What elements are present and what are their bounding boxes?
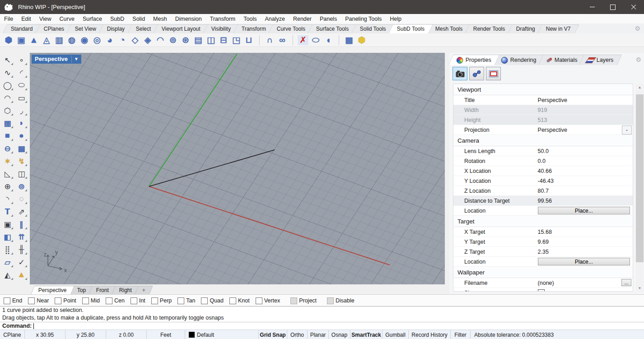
- prop-y-target[interactable]: Y Target 9.69 9.69 9.69: [453, 237, 633, 247]
- select-pointer-icon[interactable]: ↖: [0, 54, 14, 66]
- property-value[interactable]: Perspective: [538, 127, 633, 133]
- osnap-knot[interactable]: Knot: [229, 297, 250, 304]
- osnap-project[interactable]: Project: [290, 297, 317, 304]
- arc-icon[interactable]: ◠: [0, 92, 14, 104]
- property-value[interactable]: 919: [538, 107, 633, 113]
- property-value[interactable]: 40.66: [538, 168, 633, 174]
- subd-ellipsoid-icon[interactable]: ◉: [78, 34, 91, 46]
- cylinder-icon[interactable]: ⊖: [0, 142, 14, 155]
- subd-control-polygon-icon[interactable]: ◠: [154, 34, 167, 46]
- text-icon[interactable]: T: [0, 205, 14, 218]
- fillet-corner-icon[interactable]: ◞: [14, 104, 28, 117]
- scroll-track[interactable]: [636, 91, 644, 284]
- pyramid-icon[interactable]: ▲: [14, 269, 28, 281]
- osnap-quad[interactable]: Quad: [201, 297, 224, 304]
- menu-transform[interactable]: Transform: [206, 14, 240, 23]
- ellipse-icon[interactable]: ⬭: [14, 79, 28, 92]
- prop-rotation[interactable]: Rotation 0.0 0.0 0.0: [453, 156, 633, 166]
- prop-lens-length[interactable]: Lens Length 50.0 50.0 50.0: [453, 146, 633, 156]
- subd-patch-icon[interactable]: ◔: [116, 34, 129, 46]
- osnap-tan[interactable]: Tan: [177, 297, 195, 304]
- surface-control-points-icon[interactable]: ▦: [0, 117, 14, 130]
- property-value[interactable]: -46.43: [538, 178, 633, 184]
- scroll-thumb[interactable]: [636, 94, 644, 262]
- copy-icon[interactable]: ▱: [0, 256, 14, 269]
- menu-edit[interactable]: Edit: [17, 14, 35, 23]
- osnap-perp[interactable]: Perp: [151, 297, 172, 304]
- osnap-mid[interactable]: Mid: [82, 297, 100, 304]
- property-value[interactable]: 9.69: [538, 239, 633, 245]
- prop-z-target[interactable]: Z Target 2.35 2.35 2.35: [453, 247, 633, 257]
- mesh-icon[interactable]: ▩: [14, 142, 28, 155]
- subd-bridge-icon[interactable]: ∩: [263, 34, 276, 46]
- prop-filename[interactable]: Filename (none) (none) (none): [453, 278, 633, 288]
- osnap-near[interactable]: Near: [28, 297, 49, 304]
- curve-fillet-icon[interactable]: ◝: [0, 193, 14, 205]
- menu-surface[interactable]: Surface: [79, 14, 106, 23]
- menu-panels[interactable]: Panels: [316, 14, 341, 23]
- status-planar[interactable]: Planar: [308, 330, 329, 339]
- property-value[interactable]: 80.7: [538, 188, 633, 194]
- prop-x-location[interactable]: X Location 40.66 40.66 40.66: [453, 166, 633, 176]
- property-value[interactable]: 15.68: [538, 229, 633, 235]
- property-value[interactable]: 50.0: [538, 148, 633, 154]
- menu-render[interactable]: Render: [289, 14, 316, 23]
- scroll-down-icon[interactable]: ▼: [636, 284, 644, 292]
- scroll-up-icon[interactable]: ▲: [636, 84, 644, 91]
- menu-mesh[interactable]: Mesh: [149, 14, 171, 23]
- menu-paneling-tools[interactable]: Paneling Tools: [341, 14, 386, 23]
- panel-scrollbar[interactable]: ▲ ▼: [636, 84, 644, 292]
- subd-cylinder-icon[interactable]: ▥: [53, 34, 65, 46]
- polyline-icon[interactable]: ∿: [0, 66, 14, 79]
- viewport-title-menu[interactable]: Perspective ▼: [32, 55, 81, 64]
- subd-insert-edge-icon[interactable]: ⊟: [217, 34, 230, 46]
- group-icon[interactable]: ▣: [0, 218, 14, 231]
- osnap-vertex[interactable]: Vertex: [256, 297, 280, 304]
- menu-dimension[interactable]: Dimension: [171, 14, 206, 23]
- subd-fill-hole-icon[interactable]: ⊔: [243, 34, 255, 46]
- panel-tab-rendering[interactable]: Rendering: [493, 55, 545, 65]
- minimize-button[interactable]: [582, 0, 602, 14]
- tab-subd-tools[interactable]: SubD Tools: [388, 24, 433, 33]
- subd-pipe-icon[interactable]: ⊚: [167, 34, 179, 46]
- status-grid-snap[interactable]: Grid Snap: [259, 330, 287, 339]
- split-icon[interactable]: ◫: [14, 167, 28, 180]
- menu-curve[interactable]: Curve: [56, 14, 79, 23]
- curve-interpolate-icon[interactable]: ◜: [14, 66, 28, 79]
- tab-surface-tools[interactable]: Surface Tools: [308, 24, 357, 33]
- status-layer[interactable]: Default: [185, 330, 259, 339]
- tab-curve-tools[interactable]: Curve Tools: [268, 24, 314, 33]
- maximize-button[interactable]: [602, 0, 623, 14]
- solid-union-icon[interactable]: ◧: [0, 231, 14, 243]
- add-viewport-tab[interactable]: +: [135, 286, 153, 294]
- dropdown-chevron-icon[interactable]: [622, 125, 632, 135]
- circle-icon[interactable]: ◯: [0, 79, 14, 92]
- osnap-point[interactable]: Point: [55, 297, 76, 304]
- subd-corner-patch-icon[interactable]: ▩: [343, 34, 355, 46]
- menu-tools[interactable]: Tools: [239, 14, 261, 23]
- panel-tab-materials[interactable]: Materials: [538, 55, 586, 65]
- checkbox-checked-icon[interactable]: ✓: [538, 289, 545, 292]
- subd-merge-faces-icon[interactable]: ⬭: [309, 34, 322, 46]
- object-properties-button[interactable]: [469, 67, 484, 80]
- panel-tab-layers[interactable]: Layers: [579, 55, 622, 65]
- extend-icon[interactable]: ↯: [14, 155, 28, 167]
- subd-to-nurbs-icon[interactable]: ⬢: [355, 34, 368, 46]
- panel-tab-properties[interactable]: Properties: [448, 55, 499, 65]
- rectangle-icon[interactable]: ▭: [14, 92, 28, 104]
- prop-y-location[interactable]: Y Location -46.43 -46.43 -46.43: [453, 176, 633, 186]
- menu-subd[interactable]: SubD: [106, 14, 128, 23]
- status-ortho[interactable]: Ortho: [287, 330, 308, 339]
- status-units[interactable]: Feet: [147, 330, 185, 339]
- property-value[interactable]: 0.0: [538, 158, 633, 164]
- status-filter[interactable]: Filter: [451, 330, 471, 339]
- sphere-icon[interactable]: ●: [14, 130, 28, 142]
- boolean-union-icon[interactable]: ⊚: [14, 180, 28, 193]
- command-input[interactable]: Command:: [0, 322, 644, 330]
- close-button[interactable]: [623, 0, 644, 14]
- tab-new-in-v7[interactable]: New in V7: [537, 24, 579, 33]
- array-icon[interactable]: ⣿: [0, 243, 14, 256]
- panel-gear-icon[interactable]: ⚙: [635, 56, 641, 63]
- polygon-icon[interactable]: ⬡: [0, 104, 14, 117]
- subd-quad-ball-icon[interactable]: ◕: [103, 34, 116, 46]
